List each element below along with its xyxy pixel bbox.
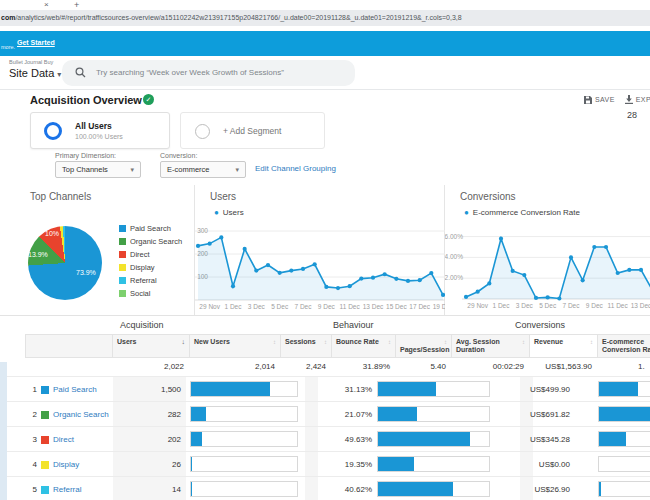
charts-row: Top Channels 73.9%13.9%10% Paid SearchOr…	[0, 185, 650, 316]
channel-color-swatch-icon	[41, 411, 49, 419]
segment-title: All Users	[75, 121, 112, 131]
bounce-bar-box	[377, 381, 490, 397]
users-bar-box	[190, 431, 298, 447]
total-value: US$1,563.90	[530, 358, 592, 376]
table-group-label: Conversions	[515, 320, 565, 330]
revenue-value: US$26.90	[498, 477, 570, 500]
primary-dimension-select[interactable]: ▾Top Channels	[55, 161, 141, 178]
svg-text:9 Dec: 9 Dec	[586, 302, 604, 309]
revenue-value: US$345.28	[498, 427, 570, 452]
table-row: 4Display2619.35%US$0.00	[0, 451, 650, 476]
browser-tabstrip: × +	[0, 0, 650, 10]
segment-ring-icon	[44, 122, 62, 140]
account-label: Bullet Journal Buy	[9, 59, 53, 65]
bounce-rate-value: 21.07%	[310, 402, 372, 427]
add-segment-label: + Add Segment	[223, 113, 281, 150]
table-row: 1Paid Search1,50031.13%US$499.90	[0, 376, 650, 401]
table-group-label: Acquisition	[120, 320, 164, 330]
table-header-users[interactable]: ↓Users	[113, 334, 190, 358]
ecr-bar-box	[598, 406, 650, 422]
table-header-channel	[25, 334, 113, 358]
bounce-rate-value: 19.35%	[310, 452, 372, 477]
row-rank: 3	[25, 427, 37, 452]
users-bar-box	[190, 406, 298, 422]
table-row: 3Direct20249.63%US$345.28	[0, 426, 650, 451]
table-row: 2Organic Search28221.07%US$691.82	[0, 401, 650, 426]
sort-desc-icon: ↓	[182, 338, 186, 346]
svg-text:4.00%: 4.00%	[445, 253, 463, 260]
property-selector[interactable]: Site Data▾	[9, 67, 61, 79]
users-bar	[191, 407, 206, 421]
users-value: 14	[113, 477, 181, 500]
address-bar[interactable]: com/analytics/web/#/report/trafficsource…	[0, 10, 650, 26]
users-bar	[191, 432, 202, 446]
users-value: 282	[113, 402, 181, 427]
users-bar	[191, 457, 192, 471]
sort-icon: ↕	[522, 338, 525, 346]
svg-text:5 Dec: 5 Dec	[539, 302, 557, 309]
bounce-rate-value: 49.63%	[310, 427, 372, 452]
url-path: /analytics/web/#/report/trafficsources-o…	[15, 14, 461, 21]
primary-dimension-label: Primary Dimension:	[55, 152, 116, 159]
channel-link[interactable]: Referral	[53, 477, 81, 500]
top-channels-pie-chart	[28, 226, 102, 300]
ecr-bar-box	[598, 431, 650, 447]
channel-link[interactable]: Organic Search	[53, 402, 109, 427]
save-button[interactable]: SAVE	[584, 96, 615, 104]
ecr-bar	[599, 407, 650, 421]
users-bar	[191, 382, 270, 396]
channel-link[interactable]: Direct	[53, 427, 74, 452]
total-value: 31.89%	[332, 358, 390, 376]
bounce-rate-value: 40.62%	[310, 477, 372, 500]
table-header-avg-session-duration[interactable]: ↕Avg. Session Duration	[452, 334, 530, 358]
export-button[interactable]: EXPORT	[625, 95, 650, 104]
add-segment-button[interactable]: + Add Segment	[180, 112, 325, 149]
users-bar-box	[190, 456, 298, 472]
tab-close-icon[interactable]: ×	[44, 0, 49, 10]
channel-link[interactable]: Paid Search	[53, 377, 97, 402]
total-value: 5.40	[396, 358, 446, 376]
sort-icon: ↕	[324, 338, 327, 346]
table-header-revenue[interactable]: ↕Revenue	[530, 334, 598, 358]
table-header-sessions[interactable]: ↕Sessions	[281, 334, 332, 358]
new-tab-icon[interactable]: +	[74, 0, 79, 10]
table-header-new-users[interactable]: ↕New Users	[190, 334, 281, 358]
revenue-value: US$499.90	[498, 377, 570, 402]
table-header-bounce-rate[interactable]: ↕Bounce Rate	[332, 334, 396, 358]
segment-all-users[interactable]: All Users 100.00% Users	[30, 112, 170, 149]
svg-text:7 Dec: 7 Dec	[295, 303, 313, 310]
download-icon	[625, 95, 633, 104]
table-row: 5Referral1440.62%US$26.90	[0, 476, 650, 500]
page-title: Acquisition Overview	[30, 94, 142, 106]
sort-icon: ↕	[444, 338, 447, 346]
svg-text:7 Dec: 7 Dec	[563, 302, 581, 309]
chevron-down-icon: ▾	[57, 70, 61, 79]
sort-icon: ↕	[388, 338, 391, 346]
pie-legend-item: Organic Search	[119, 230, 182, 243]
total-value: 1.	[638, 358, 650, 376]
users-bar-box	[190, 381, 298, 397]
bounce-bar	[378, 432, 470, 446]
search-input[interactable]: Try searching “Week over Week Growth of …	[62, 60, 355, 86]
notification-banner: more. Get Started	[0, 31, 650, 56]
legend-label: Social	[130, 289, 150, 298]
table-group-label: Behaviour	[333, 320, 374, 330]
get-started-link[interactable]: Get Started	[17, 39, 55, 46]
pie-chart-title: Top Channels	[30, 191, 91, 202]
ecr-bar-box	[598, 381, 650, 397]
conversion-select[interactable]: ▾E-commerce	[160, 161, 246, 178]
total-value: 2,022	[113, 358, 184, 376]
edit-channel-grouping-link[interactable]: Edit Channel Grouping	[255, 164, 336, 173]
report-actions: SAVEEXPORT	[584, 95, 650, 104]
users-line-chart: 10020030029 Nov1 Dec3 Dec5 Dec7 Dec9 Dec…	[195, 185, 445, 316]
channel-link[interactable]: Display	[53, 452, 79, 477]
row-rank: 1	[25, 377, 37, 402]
date-range-fragment[interactable]: 28	[627, 110, 637, 120]
channel-color-swatch-icon	[41, 436, 49, 444]
total-value: 2,424	[281, 358, 326, 376]
table-header-e-commerce-conversion-rate[interactable]: ↕E-commerce Conversion Rate	[598, 334, 650, 358]
table-header-pages-session[interactable]: ↕Pages/Session	[396, 334, 452, 358]
conversions-line-chart: 2.00%4.00%6.00%29 Nov1 Dec3 Dec5 Dec7 De…	[445, 185, 650, 316]
conversion-label: Conversion:	[160, 152, 197, 159]
bounce-bar	[378, 482, 453, 496]
